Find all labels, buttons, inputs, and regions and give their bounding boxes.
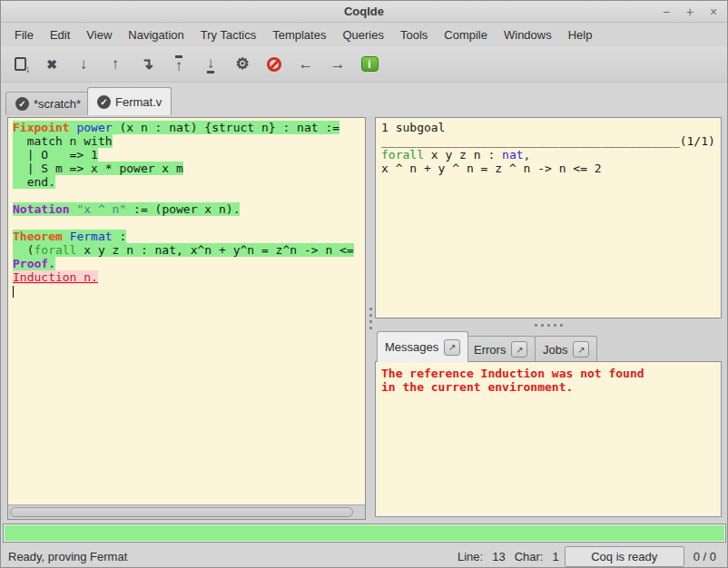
code-line: (forall x y z n : nat, x^n + y^n = z^n -… <box>13 243 365 257</box>
next-button[interactable]: → <box>328 54 348 75</box>
status-message: Ready, proving Fermat <box>8 550 127 563</box>
code-line <box>13 216 365 230</box>
tab-errors[interactable]: Errors ↗ <box>466 336 536 362</box>
backward-one-button[interactable]: ↑ <box>105 54 125 75</box>
code-segment: match n with <box>13 134 113 148</box>
code-segment: Theorem <box>13 230 63 243</box>
menu-compile[interactable]: Compile <box>436 25 496 44</box>
char-label: Char: <box>515 550 544 563</box>
restart-button[interactable]: ↑ <box>169 54 189 75</box>
code-segment: forall <box>381 148 424 162</box>
close-icon[interactable]: × <box>707 5 720 18</box>
left-arrow-icon: ← <box>299 56 314 72</box>
menubar: File Edit View Navigation Try Tactics Te… <box>1 24 727 46</box>
forward-one-button[interactable]: ↓ <box>74 54 93 75</box>
code-line: ________________________________________… <box>381 134 721 148</box>
script-editor[interactable]: Fixpoint power (x n : nat) {struct n} : … <box>8 118 365 505</box>
code-segment: x y z n : <box>424 148 502 162</box>
menu-help[interactable]: Help <box>560 25 601 44</box>
detach-icon[interactable]: ↗ <box>444 339 460 356</box>
goals-panel[interactable]: 1 subgoal_______________________________… <box>375 117 722 318</box>
goal-counter: 0 / 0 <box>694 550 716 563</box>
right-column: 1 subgoal_______________________________… <box>375 115 722 522</box>
progress-bar <box>3 524 726 543</box>
down-to-end-icon: ↓ <box>207 55 215 73</box>
message-line: The reference Induction was not found <box>381 367 721 380</box>
window-controls: − + × <box>660 1 720 23</box>
interrupt-button[interactable] <box>264 54 284 75</box>
up-to-start-icon: ↑ <box>175 55 183 73</box>
char-value: 1 <box>552 550 558 563</box>
coq-status-text: Coq is ready <box>591 550 657 563</box>
tab-label: Errors <box>474 343 506 357</box>
code-segment: := (power x n). <box>126 202 240 216</box>
code-segment: ( <box>13 243 34 257</box>
menu-queries[interactable]: Queries <box>334 25 392 44</box>
menu-windows[interactable]: Windows <box>496 25 560 44</box>
menu-tools[interactable]: Tools <box>392 25 436 44</box>
code-line: end. <box>13 175 365 189</box>
tab-check-icon: ✓ <box>15 97 29 111</box>
code-segment <box>63 230 70 243</box>
menu-view[interactable]: View <box>78 25 120 44</box>
minimize-icon[interactable]: − <box>660 5 673 18</box>
editor-hscrollbar <box>8 505 365 519</box>
tab-fermat[interactable]: ✓ Fermat.v <box>87 87 172 115</box>
tab-check-icon: ✓ <box>97 95 111 109</box>
code-segment: Fermat <box>70 230 113 243</box>
previous-button[interactable]: ← <box>296 54 316 75</box>
code-line <box>13 284 365 298</box>
tab-label: Messages <box>385 340 438 354</box>
code-segment: x y z n : nat, x^n + y^n = z^n -> n <= <box>76 243 353 257</box>
menu-templates[interactable]: Templates <box>264 25 334 44</box>
detach-icon[interactable]: ↗ <box>573 341 589 357</box>
main-area: Fixpoint power (x n : nat) {struct n} : … <box>1 115 727 522</box>
toolbar: ✖ ↓ ↑ ↴ ↑ ↓ ⚙ ← → i <box>1 46 727 83</box>
fully-check-button[interactable]: ⚙ <box>232 54 252 75</box>
code-line <box>13 189 365 202</box>
menu-file[interactable]: File <box>6 25 42 44</box>
code-segment: | S m => x * power x m <box>13 162 183 175</box>
tab-jobs[interactable]: Jobs ↗ <box>535 336 597 362</box>
vertical-splitter[interactable] <box>366 115 375 522</box>
code-line: Proof. <box>13 257 365 270</box>
right-arrow-icon: → <box>330 56 346 72</box>
down-arrow-icon: ↓ <box>80 56 88 72</box>
tab-label: Jobs <box>543 343 567 357</box>
go-to-end-button[interactable]: ↓ <box>201 54 221 75</box>
about-button[interactable]: i <box>359 54 379 75</box>
gear-icon: ⚙ <box>235 56 249 72</box>
menu-edit[interactable]: Edit <box>42 25 78 44</box>
close-buffer-icon: ✖ <box>46 58 57 71</box>
go-to-cursor-button[interactable]: ↴ <box>137 54 157 75</box>
close-buffer-button[interactable]: ✖ <box>42 54 62 75</box>
tab-scratch[interactable]: ✓ *scratch* <box>5 92 91 115</box>
statusbar: Ready, proving Fermat Line: 13 Char: 1 C… <box>1 544 727 568</box>
tab-label: Fermat.v <box>115 95 162 109</box>
code-segment: : <box>113 230 127 243</box>
detach-icon[interactable]: ↗ <box>511 341 527 357</box>
code-segment: "x ^ n" <box>76 202 126 216</box>
code-segment: nat <box>502 148 523 162</box>
go-to-cursor-icon: ↴ <box>141 56 153 72</box>
code-segment: ________________________________________… <box>381 134 715 148</box>
hscrollbar-thumb[interactable] <box>10 507 353 517</box>
messages-panel[interactable]: The reference Induction was not found in… <box>375 361 722 517</box>
menu-try-tactics[interactable]: Try Tactics <box>192 25 264 44</box>
tab-messages[interactable]: Messages ↗ <box>377 331 468 362</box>
coqide-window: CoqIde − + × File Edit View Navigation T… <box>0 0 728 568</box>
menu-navigation[interactable]: Navigation <box>120 25 192 44</box>
code-segment: (x n : nat) {struct n} : nat := <box>113 121 339 134</box>
code-line: Induction n. <box>13 270 365 284</box>
code-segment: , <box>524 148 531 162</box>
line-label: Line: <box>457 550 483 563</box>
horizontal-splitter[interactable] <box>375 318 722 331</box>
code-line: forall x y z n : nat, <box>381 148 721 162</box>
script-editor-frame: Fixpoint power (x n : nat) {struct n} : … <box>7 117 366 520</box>
message-line: in the current environment. <box>381 380 721 394</box>
code-line: Fixpoint power (x n : nat) {struct n} : … <box>13 121 365 134</box>
code-segment: power <box>76 121 112 134</box>
maximize-icon[interactable]: + <box>684 5 696 18</box>
save-button[interactable] <box>10 54 30 75</box>
code-line: Notation "x ^ n" := (power x n). <box>13 202 365 216</box>
